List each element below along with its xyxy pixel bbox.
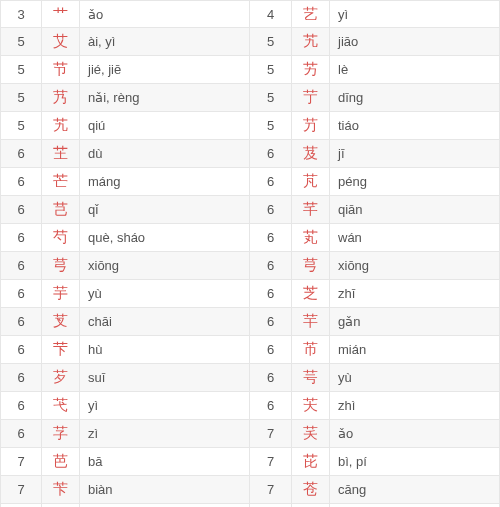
- pinyin: lè: [330, 56, 500, 84]
- character[interactable]: 芃: [292, 168, 330, 196]
- pinyin: dù: [80, 140, 250, 168]
- stroke-count: 6: [0, 196, 42, 224]
- stroke-count: 6: [250, 140, 292, 168]
- table-row: 7芭bā: [0, 448, 250, 476]
- stroke-count: 6: [250, 392, 292, 420]
- pinyin: bā: [80, 448, 250, 476]
- stroke-count: 7: [250, 476, 292, 504]
- character[interactable]: 芅: [42, 392, 80, 420]
- stroke-count: 7: [250, 448, 292, 476]
- table-row: 7苍cāng: [250, 476, 500, 504]
- character[interactable]: 芕: [42, 364, 80, 392]
- stroke-count: 5: [250, 56, 292, 84]
- pinyin: péng: [330, 168, 500, 196]
- table-row: 6芐hù: [0, 336, 250, 364]
- table-row: 6芖zhì: [250, 392, 500, 420]
- stroke-count: 6: [0, 280, 42, 308]
- character[interactable]: 芊: [292, 196, 330, 224]
- pinyin: jī: [330, 140, 500, 168]
- stroke-count: 7: [250, 420, 292, 448]
- table-row: 6芇mián: [250, 336, 500, 364]
- stroke-count: 4: [250, 0, 292, 28]
- character[interactable]: 芀: [292, 112, 330, 140]
- stroke-count: 5: [0, 84, 42, 112]
- table-row: 4艺yì: [250, 0, 500, 28]
- character[interactable]: 芭: [42, 448, 80, 476]
- pinyin: zhī: [330, 280, 500, 308]
- table-row: 6芕suī: [0, 364, 250, 392]
- table-row: 6芍què, sháo: [0, 224, 250, 252]
- stroke-count: 7: [0, 476, 42, 504]
- character[interactable]: 芄: [292, 224, 330, 252]
- pinyin: què, sháo: [80, 224, 250, 252]
- character[interactable]: 芏: [42, 140, 80, 168]
- table-row: 5艻lè: [250, 56, 500, 84]
- character[interactable]: 芖: [292, 392, 330, 420]
- table-row: 7芘bì, pí: [250, 448, 500, 476]
- stroke-count: 6: [250, 196, 292, 224]
- character[interactable]: 芓: [42, 420, 80, 448]
- table-row: 6芌yù: [250, 364, 500, 392]
- table-row: 6芅yì: [0, 392, 250, 420]
- character[interactable]: 芇: [292, 336, 330, 364]
- right-column: 4艺yì5艽jiāo5艻lè5艼dīng5芀tiáo6芨jī6芃péng6芊qi…: [250, 0, 500, 507]
- stroke-count: 6: [0, 364, 42, 392]
- character[interactable]: 艿: [42, 84, 80, 112]
- dictionary-table: 3艹ǎo5艾ài, yì5节jié, jiē5艿nǎi, rèng5艽qiú6芏…: [0, 0, 500, 507]
- pinyin: xiōng: [330, 252, 500, 280]
- stroke-count: 6: [0, 308, 42, 336]
- table-row: 5芀tiáo: [250, 112, 500, 140]
- pinyin: hù: [80, 336, 250, 364]
- stroke-count: 6: [0, 252, 42, 280]
- character[interactable]: 节: [42, 56, 80, 84]
- character[interactable]: 芺: [292, 420, 330, 448]
- pinyin: nǎi, rèng: [80, 84, 250, 112]
- table-row: 6芨jī: [250, 140, 500, 168]
- stroke-count: 5: [250, 28, 292, 56]
- table-row: 6芏dù: [0, 140, 250, 168]
- character[interactable]: 艽: [292, 28, 330, 56]
- pinyin: tiáo: [330, 112, 500, 140]
- stroke-count: 5: [0, 28, 42, 56]
- pinyin: ǎo: [330, 420, 500, 448]
- pinyin: suī: [80, 364, 250, 392]
- character[interactable]: 芉: [292, 308, 330, 336]
- stroke-count: 6: [250, 252, 292, 280]
- pinyin: ǎo: [80, 0, 250, 28]
- character[interactable]: 芎: [42, 252, 80, 280]
- character[interactable]: 苍: [292, 476, 330, 504]
- character[interactable]: 艽: [42, 112, 80, 140]
- stroke-count: 6: [250, 336, 292, 364]
- stroke-count: 3: [0, 0, 42, 28]
- character[interactable]: 芋: [42, 280, 80, 308]
- pinyin: zì: [80, 420, 250, 448]
- table-row: 5艼dīng: [250, 84, 500, 112]
- character[interactable]: 艺: [292, 0, 330, 28]
- character[interactable]: 芨: [292, 140, 330, 168]
- table-row: 5艿nǎi, rèng: [0, 84, 250, 112]
- character[interactable]: 芑: [42, 196, 80, 224]
- character[interactable]: 芆: [42, 308, 80, 336]
- character[interactable]: 芍: [42, 224, 80, 252]
- pinyin: xiōng: [80, 252, 250, 280]
- pinyin: yù: [330, 364, 500, 392]
- character[interactable]: 芌: [292, 364, 330, 392]
- character[interactable]: 芝: [292, 280, 330, 308]
- character[interactable]: 芐: [42, 336, 80, 364]
- pinyin: chāi: [80, 308, 250, 336]
- character[interactable]: 艼: [292, 84, 330, 112]
- stroke-count: 5: [0, 112, 42, 140]
- character[interactable]: 芒: [42, 168, 80, 196]
- table-row: 6芎xiōng: [250, 252, 500, 280]
- pinyin: zhì: [330, 392, 500, 420]
- character[interactable]: 芎: [292, 252, 330, 280]
- table-row: 6芓zì: [0, 420, 250, 448]
- character[interactable]: 艾: [42, 28, 80, 56]
- pinyin: ài, yì: [80, 28, 250, 56]
- pinyin: jiāo: [330, 28, 500, 56]
- character[interactable]: 苄: [42, 476, 80, 504]
- character[interactable]: 艹: [42, 0, 80, 28]
- table-row: 6芒máng: [0, 168, 250, 196]
- character[interactable]: 芘: [292, 448, 330, 476]
- character[interactable]: 艻: [292, 56, 330, 84]
